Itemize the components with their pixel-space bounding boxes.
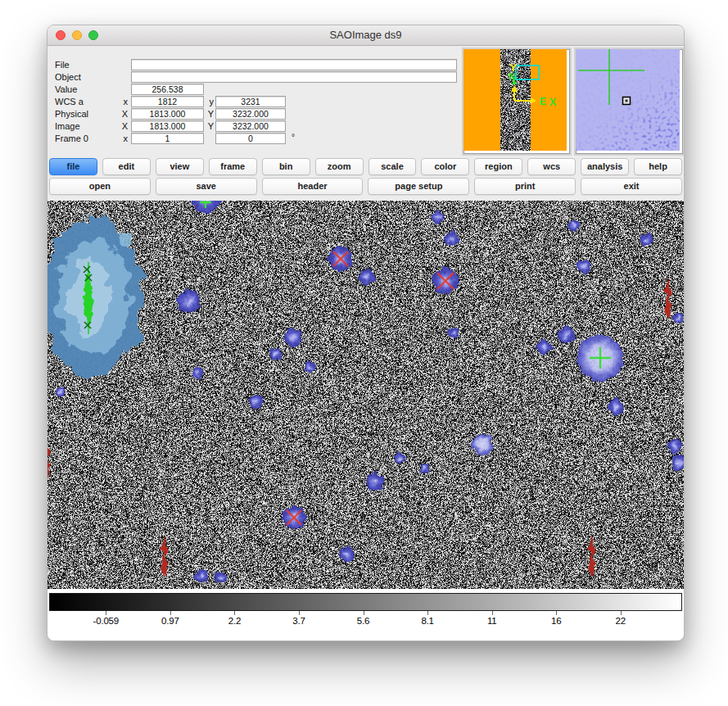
info-row-value: Value256.538 — [47, 84, 457, 96]
star-blob — [195, 569, 208, 582]
colorbar-tick — [74, 611, 138, 615]
axis-label-1: x — [116, 97, 128, 106]
image-canvas[interactable] — [47, 201, 684, 589]
action-exit[interactable]: exit — [581, 178, 682, 195]
action-print[interactable]: print — [474, 178, 576, 195]
menu-analysis[interactable]: analysis — [581, 158, 629, 175]
wcs-a-value-field-2[interactable]: 3231 — [215, 96, 286, 107]
physical-value-field-1[interactable]: 1813.000 — [131, 108, 204, 120]
star-blob — [432, 211, 443, 223]
axis-label-1: X — [116, 109, 128, 119]
action-page-setup[interactable]: page setup — [368, 178, 469, 195]
menu-wcs[interactable]: wcs — [527, 158, 576, 175]
colorbar-tick — [267, 611, 332, 615]
frame-0-value-field-2[interactable]: 0 — [215, 133, 286, 144]
menu-bar: fileeditviewframebinzoomscalecolorregion… — [49, 158, 682, 175]
magnifier-cursor-dot — [626, 100, 628, 102]
titlebar[interactable]: SAOImage ds9 — [47, 25, 684, 46]
star-blob — [558, 327, 574, 343]
colorbar-tick — [524, 611, 589, 615]
colorbar-gradient[interactable] — [49, 593, 682, 611]
axis-label-2: Y — [205, 121, 214, 131]
info-label-object: Object — [55, 72, 81, 82]
axis-label-2: Y — [205, 109, 214, 119]
colorbar-tick-label: 5.6 — [331, 616, 396, 629]
colorbar-tick-labels: -0.0590.972.23.75.68.1111622 — [49, 616, 682, 629]
colorbar-tick — [202, 611, 267, 615]
main-image[interactable] — [47, 201, 684, 589]
action-header[interactable]: header — [262, 178, 364, 195]
frame-0-value-field-1[interactable]: 1 — [131, 133, 204, 144]
colorbar-tick — [138, 611, 203, 615]
colorbar[interactable]: -0.0590.972.23.75.68.1111622 — [47, 589, 684, 640]
star-blob — [640, 233, 653, 247]
panner[interactable]: Y N E X — [462, 48, 572, 156]
colorbar-tick — [396, 611, 460, 615]
object-value-field-1[interactable] — [131, 71, 457, 83]
colorbar-tick-label: -0.059 — [74, 616, 138, 629]
colorbar-tick — [589, 611, 653, 615]
info-row-file: File — [47, 59, 457, 71]
magnifier[interactable] — [574, 48, 685, 156]
menu-file[interactable]: file — [49, 158, 97, 175]
star-blob — [472, 433, 493, 455]
menu-help[interactable]: help — [634, 158, 682, 175]
file-action-bar: opensaveheaderpage setupprintexit — [49, 178, 682, 195]
menu-view[interactable]: view — [156, 158, 204, 175]
star-blob — [366, 473, 384, 491]
colorbar-tick — [331, 611, 396, 615]
action-open[interactable]: open — [49, 178, 151, 195]
image-value-field-2[interactable]: 3232.000 — [215, 120, 286, 132]
colorbar-tick-label: 16 — [524, 616, 589, 629]
menu-scale[interactable]: scale — [369, 158, 417, 175]
star-blob — [215, 572, 227, 583]
info-row-object: Object — [47, 71, 457, 84]
wcs-a-value-field-1[interactable]: 1812 — [131, 96, 204, 107]
menu-region[interactable]: region — [474, 158, 522, 175]
star-blob — [577, 259, 591, 274]
physical-value-field-2[interactable]: 3232.000 — [215, 108, 286, 120]
colorbar-tick — [459, 611, 524, 615]
star-blob — [284, 328, 302, 346]
star-blob — [192, 367, 203, 378]
value-value-field-1[interactable]: 256.538 — [131, 84, 204, 95]
window-title: SAOImage ds9 — [47, 25, 684, 45]
star-blob — [339, 547, 354, 562]
info-label-value: Value — [55, 84, 77, 94]
info-label-frame-0: Frame 0 — [55, 134, 88, 143]
axis-label-1: x — [116, 134, 128, 143]
colorbar-tick-label: 0.97 — [138, 616, 203, 629]
colorbar-tickmarks — [49, 611, 682, 615]
info-row-physical: PhysicalXY1813.0003232.000 — [47, 108, 457, 120]
axis-label-1: X — [116, 121, 128, 131]
panner-label-n: N — [509, 71, 516, 83]
star-blob — [445, 233, 459, 246]
panner-label-x: X — [549, 97, 556, 108]
degrees-suffix: ° — [292, 133, 295, 142]
menu-frame[interactable]: frame — [209, 158, 257, 175]
info-label-wcs-a: WCS a — [55, 97, 84, 106]
ds9-window: SAOImage ds9 FileObjectValue256.538WCS a… — [47, 25, 685, 641]
colorbar-tick-label: 22 — [589, 616, 653, 629]
info-row-frame-0: Frame 0x10° — [47, 133, 457, 145]
star-blob — [56, 387, 66, 396]
star-blob — [395, 453, 406, 464]
menu-color[interactable]: color — [421, 158, 469, 175]
star-blob — [568, 219, 580, 231]
star-blob — [608, 399, 624, 415]
action-save[interactable]: save — [156, 178, 257, 195]
colorbar-tick-label: 8.1 — [396, 616, 460, 629]
colorbar-tick-label: 3.7 — [267, 616, 332, 629]
menu-edit[interactable]: edit — [102, 158, 151, 175]
star-blob — [448, 327, 459, 338]
menu-zoom[interactable]: zoom — [315, 158, 364, 175]
star-blob — [304, 361, 315, 373]
star-blob — [674, 313, 684, 323]
file-value-field-1[interactable] — [131, 59, 457, 70]
colorbar-tick-label: 2.2 — [202, 616, 267, 629]
star-blob — [269, 347, 282, 360]
star-blob — [359, 269, 375, 285]
menu-bin[interactable]: bin — [262, 158, 310, 175]
image-value-field-1[interactable]: 1813.000 — [131, 120, 204, 132]
star-blob — [667, 439, 682, 454]
